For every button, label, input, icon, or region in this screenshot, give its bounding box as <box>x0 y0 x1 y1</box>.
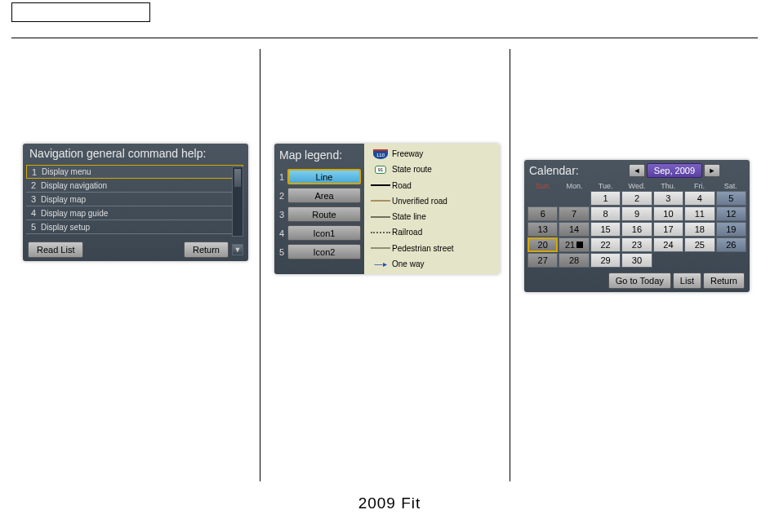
calendar-cell[interactable]: 6 <box>527 206 558 221</box>
legend-item-label: Road <box>392 181 412 190</box>
nav-row-label: Display map guide <box>41 209 108 218</box>
calendar-cell[interactable]: 12 <box>716 206 746 221</box>
calendar-cell[interactable]: 4 <box>684 191 714 206</box>
calendar-cell[interactable]: 23 <box>621 237 652 252</box>
calendar-cell[interactable]: 10 <box>653 206 683 221</box>
calendar-cell[interactable]: 17 <box>653 222 683 237</box>
read-list-button[interactable]: Read List <box>28 242 83 258</box>
line-swatch-icon <box>371 247 390 249</box>
calendar-return-button[interactable]: Return <box>703 273 745 289</box>
calendar-cell[interactable]: 29 <box>590 253 621 268</box>
calendar-cell[interactable]: 11 <box>684 206 714 221</box>
calendar-day-heads: Sun.Mon.Tue.Wed.Thu.Fri.Sat. <box>524 181 750 191</box>
calendar-cell[interactable]: 26 <box>716 237 746 252</box>
nav-scrollbar[interactable] <box>232 166 243 237</box>
nav-row-label: Display menu <box>42 167 91 176</box>
navigation-help-panel: Navigation general command help: 1Displa… <box>23 144 248 261</box>
legend-tabs-panel: Map legend: 1Line2Area3Route4Icon15Icon2 <box>274 144 364 274</box>
legend-tab-row: 1Line <box>276 168 361 185</box>
nav-row-5[interactable]: 5Display setup <box>26 220 243 234</box>
legend-swatch-icon <box>369 184 392 186</box>
legend-tab-icon1[interactable]: Icon1 <box>287 225 361 241</box>
prev-month-button[interactable]: ◄ <box>629 164 645 177</box>
calendar-cell[interactable]: 8 <box>590 206 621 221</box>
footer-text: 2009 Fit <box>0 494 779 512</box>
calendar-cell[interactable]: 19 <box>716 222 746 237</box>
legend-tab-row: 4Icon1 <box>276 224 361 242</box>
legend-tab-icon2[interactable]: Icon2 <box>287 244 361 259</box>
calendar-cell[interactable]: 25 <box>684 237 714 252</box>
legend-item: Unverified road <box>369 194 495 208</box>
calendar-cell[interactable]: 15 <box>590 222 621 237</box>
state-route-shield-icon: 91 <box>375 166 386 174</box>
calendar-cell[interactable]: 21 <box>559 237 589 252</box>
list-button[interactable]: List <box>673 273 701 289</box>
legend-tab-num: 1 <box>276 172 287 182</box>
calendar-cell[interactable]: 27 <box>527 253 558 268</box>
legend-item-label: Freeway <box>392 149 423 158</box>
calendar-cell-empty <box>684 253 714 268</box>
legend-item: State line <box>369 210 495 224</box>
dotted-line-icon <box>371 232 390 233</box>
calendar-day-head: Thu. <box>652 181 683 191</box>
calendar-month-nav: ◄ Sep, 2009 ► <box>629 163 720 178</box>
nav-row-num: 2 <box>26 180 41 190</box>
nav-row-3[interactable]: 3Display map <box>26 193 243 206</box>
legend-items-panel: 110Freeway91State routeRoadUnverified ro… <box>364 144 500 274</box>
legend-tab-area[interactable]: Area <box>287 188 361 203</box>
calendar-cell[interactable]: 16 <box>621 222 652 237</box>
interstate-shield-icon: 110 <box>373 149 388 159</box>
scroll-down-icon[interactable]: ▼ <box>232 244 243 255</box>
arrow-icon: —▸ <box>375 259 387 268</box>
calendar-cell[interactable]: 24 <box>653 237 683 252</box>
calendar-cell[interactable]: 22 <box>590 237 621 252</box>
line-swatch-icon <box>371 184 390 186</box>
legend-item: Road <box>369 179 495 193</box>
calendar-cell[interactable]: 2 <box>621 191 652 206</box>
calendar-cell[interactable]: 20 <box>527 237 558 252</box>
go-to-today-button[interactable]: Go to Today <box>608 273 671 289</box>
calendar-cell[interactable]: 18 <box>684 222 714 237</box>
legend-item-label: Unverified road <box>392 197 447 206</box>
calendar-cell[interactable]: 7 <box>559 206 589 221</box>
legend-item: Pedestrian street <box>369 242 495 255</box>
calendar-cell[interactable]: 13 <box>527 222 558 237</box>
calendar-day-head: Fri. <box>683 181 714 191</box>
calendar-cell[interactable]: 14 <box>559 222 589 237</box>
calendar-cell[interactable]: 28 <box>559 253 589 268</box>
nav-title: Navigation general command help: <box>23 144 248 165</box>
calendar-note-icon <box>576 242 583 248</box>
calendar-month-label: Sep, 2009 <box>647 163 702 178</box>
calendar-grid: 1234567891011121314151617181920212223242… <box>524 191 750 268</box>
calendar-cell[interactable]: 5 <box>716 191 746 206</box>
calendar-header: Calendar: ◄ Sep, 2009 ► <box>524 160 750 181</box>
nav-row-2[interactable]: 2Display navigation <box>26 179 243 193</box>
nav-row-num: 1 <box>27 167 42 177</box>
nav-list: 1Display menu2Display navigation3Display… <box>23 165 248 234</box>
calendar-cell[interactable]: 9 <box>621 206 652 221</box>
legend-item-label: One way <box>392 259 424 268</box>
calendar-cell-empty <box>527 191 558 206</box>
legend-tab-route[interactable]: Route <box>287 206 361 222</box>
horizontal-divider <box>11 38 758 38</box>
legend-tab-num: 5 <box>276 247 287 257</box>
nav-row-4[interactable]: 4Display map guide <box>26 206 243 220</box>
legend-swatch-icon: —▸ <box>369 259 392 268</box>
legend-tab-num: 2 <box>276 191 287 201</box>
calendar-cell[interactable]: 1 <box>590 191 621 206</box>
legend-swatch-icon <box>369 200 392 202</box>
calendar-cell[interactable]: 30 <box>621 253 652 268</box>
legend-tab-line[interactable]: Line <box>287 169 361 184</box>
next-month-button[interactable]: ► <box>704 164 720 177</box>
legend-swatch-icon <box>369 216 392 218</box>
map-legend-panel: Map legend: 1Line2Area3Route4Icon15Icon2… <box>274 144 500 274</box>
legend-tab-num: 4 <box>276 228 287 238</box>
legend-item: 91State route <box>369 162 495 176</box>
legend-title: Map legend: <box>274 147 364 168</box>
calendar-cell-empty <box>653 253 683 268</box>
return-button[interactable]: Return <box>184 242 229 258</box>
nav-row-1[interactable]: 1Display menu <box>26 165 243 179</box>
calendar-bottom-bar: Go to Today List Return <box>608 273 745 289</box>
legend-tab-row: 3Route <box>276 206 361 223</box>
calendar-cell[interactable]: 3 <box>653 191 683 206</box>
